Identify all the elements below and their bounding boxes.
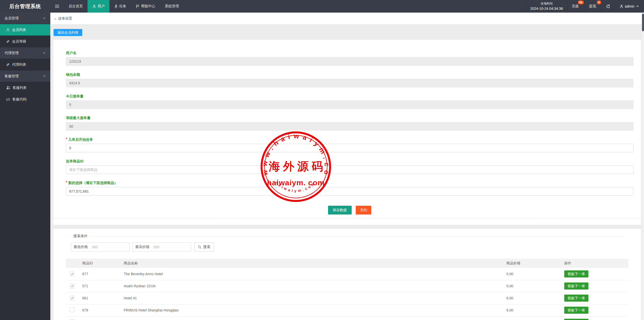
close-button[interactable]: 关闭 (356, 206, 371, 215)
goods-price-cell: 6.00 (503, 292, 560, 304)
link-icon (6, 63, 10, 66)
main-content: » 连单设置 返回会员列表 用户名钱包余额今日接单量等级最大接单量*几单后开始连… (50, 13, 644, 320)
breadcrumb-separator-icon: » (54, 16, 56, 21)
sidebar-item[interactable]: 客服代码 (0, 94, 50, 105)
form-actions: 保存数据 关闭 (66, 206, 633, 215)
recharge-badge: 91 (578, 1, 584, 4)
sidebar-item[interactable]: 代理列表 (0, 59, 50, 70)
top-nav-item[interactable]: 系统管理 (160, 0, 184, 13)
top-nav-label: 后台首页 (69, 4, 83, 9)
field-username-input (66, 57, 633, 66)
sidebar-item-label: 会员列表 (12, 28, 26, 32)
row-checkbox[interactable] (70, 307, 74, 312)
goods-id-cell: 571 (78, 280, 120, 292)
refresh-icon (606, 4, 610, 9)
sidebar-item-label: 客服代码 (12, 97, 26, 102)
search-fieldset: 搜索条件 (68, 234, 626, 238)
breadcrumb: » 连单设置 (50, 13, 644, 24)
table-row: 679PRIMUS Hotel Shanghai Hongqiao6.00替换下… (66, 304, 628, 316)
replace-next-order-button[interactable]: 替换下一单 (564, 282, 588, 290)
local-time-label: 当地时间 (541, 2, 553, 6)
replace-next-order-button[interactable]: 替换下一单 (564, 319, 588, 320)
search-row: 最低价格 最高价格 搜索 (71, 242, 626, 252)
sidebar: 会员管理会员列表会员等级代理管理代理列表客服管理客服列表客服代码 (0, 13, 50, 320)
row-checkbox[interactable] (70, 271, 74, 276)
sidebar-item-label: 代理列表 (12, 62, 26, 67)
top-nav: 后台首页用户任务帮助中心系统管理 (64, 0, 184, 13)
table-row: 678Grantley Hall6.00替换下一单 (66, 316, 628, 320)
link-icon (6, 40, 10, 43)
top-nav-label: 帮助中心 (141, 4, 155, 9)
top-nav-label: 系统管理 (165, 4, 179, 9)
sidebar-item[interactable]: 客服列表 (0, 82, 50, 94)
required-asterisk: * (66, 180, 67, 184)
scrollbar-thumb[interactable] (642, 14, 644, 31)
goods-id-cell: 677 (78, 268, 120, 280)
sidebar-group-label: 代理管理 (5, 51, 19, 55)
table-row: 571Asahi Ryokan 1D1N5.00替换下一单 (66, 280, 628, 292)
sidebar-item[interactable]: 会员列表 (0, 24, 50, 36)
top-nav-item[interactable]: 任务 (109, 0, 131, 13)
sidebar-item-label: 客服列表 (13, 86, 27, 90)
back-to-member-list-button[interactable]: 返回会员列表 (54, 29, 82, 36)
recharge-label: 充值 (572, 4, 579, 9)
withdraw-button[interactable]: 提现 4 (584, 0, 602, 13)
replace-next-order-button[interactable]: 替换下一单 (564, 307, 588, 314)
sidebar-group-label: 会员管理 (5, 16, 19, 21)
row-checkbox[interactable] (70, 296, 74, 301)
page-title: 连单设置 (58, 16, 72, 21)
row-checkbox[interactable] (70, 284, 74, 289)
top-nav-item[interactable]: 后台首页 (64, 0, 88, 13)
vertical-scrollbar[interactable] (642, 13, 644, 320)
goods-price-cell: 6.00 (503, 304, 560, 316)
min-price-input[interactable] (90, 243, 129, 251)
field-orders-before-combo-input[interactable] (66, 144, 633, 152)
col-header-action: 操作 (560, 259, 628, 268)
max-price-group: 最高价格 (133, 242, 191, 252)
withdraw-label: 提现 (589, 4, 596, 9)
goods-list-card: 搜索条件 最低价格 最高价格 搜索 商品ID 商品名称 (53, 229, 641, 320)
top-nav-item[interactable]: 用户 (88, 0, 109, 13)
replace-next-order-button[interactable]: 替换下一单 (564, 270, 588, 277)
field-new-selection-input[interactable] (66, 187, 633, 196)
goods-name-cell: The Beverley Arms Hotel (120, 268, 503, 280)
search-icon (198, 245, 202, 249)
goods-id-cell: 681 (78, 292, 120, 304)
sidebar-group-header[interactable]: 代理管理 (0, 47, 50, 59)
app-title: 后台管理系统 (0, 0, 50, 13)
save-button[interactable]: 保存数据 (328, 206, 352, 215)
combo-settings-form: 用户名钱包余额今日接单量等级最大接单量*几单后开始连单连单商品ID*新的选择（请… (53, 40, 641, 225)
goods-id-cell: 679 (78, 304, 120, 316)
recharge-button[interactable]: 充值 91 (567, 0, 584, 13)
field-level-max-orders-input (66, 122, 633, 131)
sidebar-group-header[interactable]: 会员管理 (0, 13, 50, 24)
required-asterisk: * (66, 137, 67, 141)
field-combo-product-id-input[interactable] (66, 165, 633, 174)
field-level-max-orders-label: 等级最大接单量 (66, 116, 633, 120)
replace-next-order-button[interactable]: 替换下一单 (564, 295, 588, 302)
sidebar-item[interactable]: 会员等级 (0, 36, 50, 47)
table-header-row: 商品ID 商品名称 商品价格 操作 (66, 259, 628, 268)
dotted-divider (53, 218, 641, 218)
refresh-button[interactable] (602, 0, 614, 13)
user-icon (92, 5, 96, 8)
field-orders-before-combo-label: *几单后开始连单 (66, 137, 633, 142)
local-time-value: 2024-10-24 04:34:36 (530, 6, 563, 11)
hamburger-icon-button[interactable] (50, 0, 64, 13)
goods-name-cell: Grantley Hall (120, 316, 503, 320)
sidebar-group-header[interactable]: 客服管理 (0, 70, 50, 82)
search-button[interactable]: 搜索 (194, 242, 214, 252)
goods-id-cell: 678 (78, 316, 120, 320)
top-nav-item[interactable]: 帮助中心 (131, 0, 160, 13)
goods-price-cell: 5.00 (503, 268, 560, 280)
flag-icon (136, 5, 140, 8)
topbar-right: 当地时间 2024-10-24 04:34:36 充值 91 提现 4 admi… (526, 0, 644, 13)
max-price-input[interactable] (152, 243, 191, 251)
sidebar-item-label: 会员等级 (12, 39, 26, 44)
goods-name-cell: Asahi Ryokan 1D1N (120, 280, 503, 292)
user-icon (6, 28, 10, 32)
admin-menu[interactable]: admin (614, 0, 644, 13)
task-icon (114, 4, 118, 8)
table-row: 681Hotel 416.00替换下一单 (66, 292, 628, 304)
chevron-down-icon (43, 17, 46, 20)
